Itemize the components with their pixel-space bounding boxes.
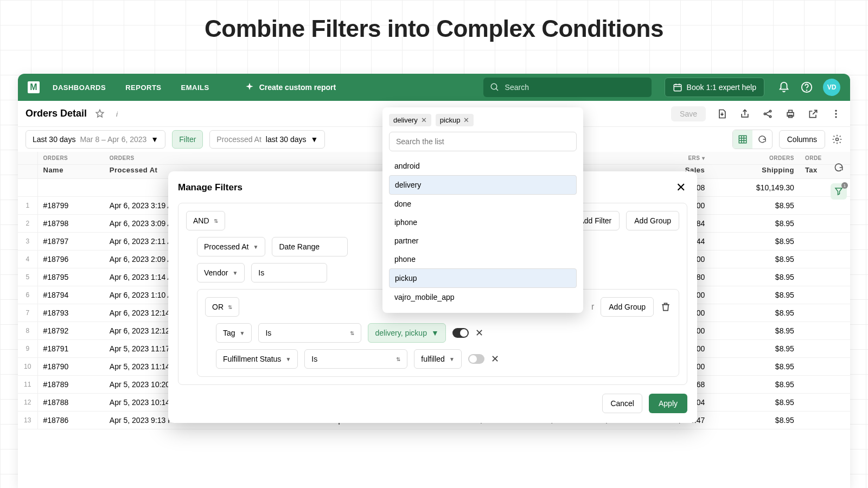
svg-point-11: [769, 115, 771, 117]
chip-remove-icon[interactable]: ✕: [463, 116, 469, 124]
field-vendor[interactable]: Vendor▼: [197, 263, 245, 282]
op-is-fulfillment[interactable]: Is⇅: [304, 349, 407, 369]
info-icon[interactable]: i: [113, 109, 123, 119]
global-search[interactable]: [483, 78, 652, 97]
create-custom-report-label: Create custom report: [259, 83, 336, 92]
tag-option[interactable]: done: [389, 195, 577, 213]
trash-icon[interactable]: [660, 301, 671, 312]
close-icon[interactable]: ✕: [674, 181, 687, 194]
modal-title: Manage Filters: [178, 182, 242, 193]
gear-icon[interactable]: [832, 134, 843, 145]
page-title: Orders Detail: [25, 108, 87, 119]
download-icon[interactable]: [716, 107, 729, 120]
tag-option[interactable]: phone: [389, 250, 577, 268]
date-range-value: Mar 8 – Apr 6, 2023: [80, 135, 146, 144]
tag-option[interactable]: android: [389, 157, 577, 175]
share-icon[interactable]: [761, 107, 774, 120]
sort-icon[interactable]: ▾: [702, 155, 705, 161]
logic-or-select[interactable]: OR⇅: [205, 297, 239, 317]
print-icon[interactable]: [784, 107, 797, 120]
tag-list: androiddeliverydoneiphonepartnerphonepic…: [389, 157, 577, 306]
selected-chips: delivery✕pickup✕: [389, 114, 577, 126]
columns-button[interactable]: Columns: [779, 130, 825, 149]
open-external-icon[interactable]: [807, 107, 820, 120]
filter-panel-icon[interactable]: 1: [831, 183, 847, 200]
toolbar-right: Columns: [732, 130, 843, 149]
svg-point-0: [491, 84, 497, 89]
remove-row-icon[interactable]: ✕: [491, 353, 499, 365]
tag-option[interactable]: iphone: [389, 213, 577, 232]
bell-icon[interactable]: [777, 81, 790, 94]
total-shipping: $10,149.30: [710, 179, 800, 197]
nav-reports[interactable]: REPORTS: [125, 84, 161, 92]
topbar: M DASHBOARDS REPORTS EMAILS Create custo…: [18, 74, 850, 101]
toggle-tag[interactable]: [452, 328, 469, 338]
col-group: ORDERS: [37, 152, 104, 165]
chevron-down-icon: ▼: [311, 135, 318, 144]
apply-button[interactable]: Apply: [649, 394, 687, 413]
tag-option[interactable]: delivery: [389, 175, 577, 195]
chevron-down-icon: ▼: [151, 135, 158, 144]
chip-remove-icon[interactable]: ✕: [421, 116, 427, 124]
value-fulfilled[interactable]: fulfilled▼: [414, 349, 462, 369]
tag-picker-popover: delivery✕pickup✕ androiddeliverydoneipho…: [382, 107, 583, 313]
col-name[interactable]: Name: [37, 165, 104, 179]
logic-and-select[interactable]: AND⇅: [186, 211, 225, 230]
search-input[interactable]: [505, 83, 645, 92]
refresh-view-icon[interactable]: [752, 130, 772, 149]
svg-point-7: [807, 90, 807, 91]
filter-button[interactable]: Filter: [172, 130, 203, 149]
op-is-tag[interactable]: Is⇅: [258, 323, 361, 343]
processed-at-chip[interactable]: Processed At last 30 days ▼: [209, 130, 325, 149]
add-group-button-nested[interactable]: Add Group: [601, 297, 654, 317]
book-help-button[interactable]: Book 1:1 expert help: [665, 78, 764, 97]
svg-point-15: [835, 110, 837, 111]
svg-point-23: [836, 138, 839, 141]
page-actions: Save: [671, 106, 843, 121]
sparkle-icon: [244, 82, 255, 93]
remove-row-icon[interactable]: ✕: [475, 327, 483, 339]
refresh-icon[interactable]: [831, 159, 847, 176]
cancel-button[interactable]: Cancel: [602, 394, 642, 413]
svg-text:i: i: [116, 110, 118, 118]
search-icon: [490, 82, 500, 92]
grid-view-icon[interactable]: [733, 130, 752, 149]
help-icon[interactable]: [800, 81, 813, 94]
svg-point-10: [769, 110, 771, 112]
value-tag[interactable]: delivery, pickup▼: [368, 323, 445, 343]
book-help-label: Book 1:1 expert help: [687, 83, 756, 92]
date-range-chip[interactable]: Last 30 days Mar 8 – Apr 6, 2023 ▼: [25, 130, 165, 149]
export-icon[interactable]: [738, 107, 751, 120]
avatar[interactable]: VD: [823, 79, 840, 96]
main-nav: DASHBOARDS REPORTS EMAILS: [53, 84, 209, 92]
add-group-button[interactable]: Add Group: [626, 211, 679, 230]
field-processed-at[interactable]: Processed At▼: [197, 237, 265, 256]
more-icon[interactable]: [829, 107, 843, 120]
save-button[interactable]: Save: [671, 106, 706, 121]
op-date-range[interactable]: Date Range: [272, 237, 348, 256]
nav-dashboards[interactable]: DASHBOARDS: [53, 84, 106, 92]
view-toggle: [732, 130, 773, 149]
svg-point-17: [835, 116, 837, 118]
star-icon[interactable]: [94, 108, 105, 119]
processed-at-value: last 30 days: [266, 135, 307, 144]
brand-logo[interactable]: M: [28, 81, 40, 93]
tag-option[interactable]: vajro_mobile_app: [389, 288, 577, 306]
field-fulfillment-status[interactable]: Fulfillment Status▼: [216, 349, 298, 369]
selected-chip[interactable]: pickup✕: [436, 114, 474, 126]
field-tag[interactable]: Tag▼: [216, 323, 252, 343]
col-shipping[interactable]: Shipping: [710, 165, 800, 179]
create-custom-report[interactable]: Create custom report: [244, 82, 336, 93]
svg-rect-2: [674, 85, 681, 91]
nav-emails[interactable]: EMAILS: [181, 84, 209, 92]
tag-option[interactable]: partner: [389, 232, 577, 250]
op-is[interactable]: Is: [251, 263, 327, 282]
toggle-fulfillment[interactable]: [468, 354, 484, 364]
selected-chip[interactable]: delivery✕: [389, 114, 431, 126]
tag-search-input[interactable]: [389, 132, 577, 151]
tag-option[interactable]: pickup: [389, 268, 577, 288]
svg-point-16: [835, 113, 837, 114]
add-filter-cutoff[interactable]: r: [591, 302, 594, 312]
svg-point-9: [764, 113, 765, 114]
calendar-icon: [673, 82, 682, 92]
